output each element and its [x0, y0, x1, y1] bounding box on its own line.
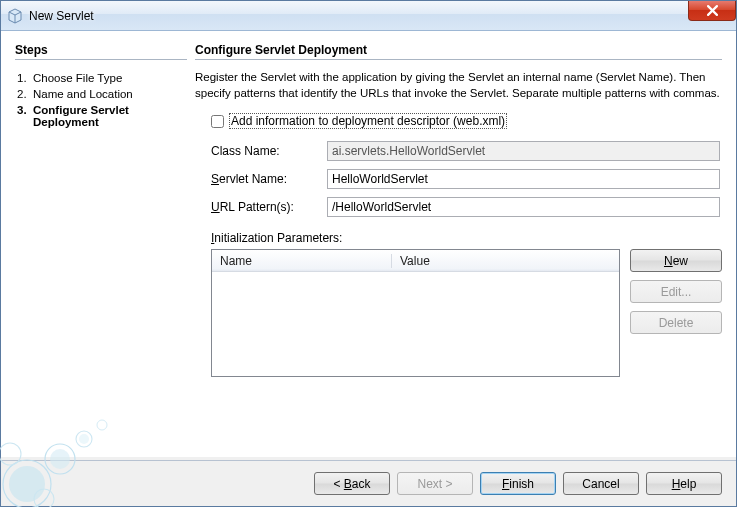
class-name-field — [327, 141, 720, 161]
svg-point-8 — [97, 420, 107, 430]
divider — [15, 59, 187, 60]
divider — [195, 59, 722, 60]
step-number: 3. — [15, 104, 33, 128]
add-to-webxml-row: Add information to deployment descriptor… — [211, 113, 722, 129]
step-number: 1. — [15, 72, 33, 84]
close-button[interactable] — [688, 1, 736, 21]
content-description: Register the Servlet with the applicatio… — [195, 70, 722, 101]
table-header: Name Value — [212, 250, 619, 272]
init-params-table[interactable]: Name Value — [211, 249, 620, 377]
form-grid: Class Name: Servlet Name: URL Pattern(s)… — [211, 141, 720, 217]
svg-point-7 — [79, 434, 89, 444]
servlet-name-field[interactable] — [327, 169, 720, 189]
finish-button[interactable]: Finish — [480, 472, 556, 495]
step-label: Name and Location — [33, 88, 187, 100]
svg-point-6 — [76, 431, 92, 447]
steps-pane: Steps 1. Choose File Type 2. Name and Lo… — [15, 43, 195, 457]
steps-heading: Steps — [15, 43, 187, 57]
add-to-webxml-label[interactable]: Add information to deployment descriptor… — [229, 113, 507, 129]
step-label: Configure Servlet Deployment — [33, 104, 187, 128]
class-name-label: Class Name: — [211, 144, 321, 158]
cancel-button[interactable]: Cancel — [563, 472, 639, 495]
help-button[interactable]: Help — [646, 472, 722, 495]
content-pane: Configure Servlet Deployment Register th… — [195, 43, 722, 457]
col-value[interactable]: Value — [392, 254, 619, 268]
step-item-active: 3. Configure Servlet Deployment — [15, 102, 187, 130]
init-params-wrap: Name Value New Edit... Delete — [211, 249, 722, 377]
init-params-label: Initialization Parameters: — [211, 231, 722, 245]
col-name[interactable]: Name — [212, 254, 392, 268]
url-pattern-field[interactable] — [327, 197, 720, 217]
params-side-buttons: New Edit... Delete — [630, 249, 722, 377]
close-icon — [707, 5, 718, 16]
steps-list: 1. Choose File Type 2. Name and Location… — [15, 70, 187, 130]
add-to-webxml-checkbox[interactable] — [211, 115, 224, 128]
back-button[interactable]: < Back — [314, 472, 390, 495]
delete-button: Delete — [630, 311, 722, 334]
step-item: 2. Name and Location — [15, 86, 187, 102]
window-title: New Servlet — [29, 9, 94, 23]
step-label: Choose File Type — [33, 72, 187, 84]
url-pattern-label: URL Pattern(s): — [211, 200, 321, 214]
next-button: Next > — [397, 472, 473, 495]
dialog-body: Steps 1. Choose File Type 2. Name and Lo… — [1, 31, 736, 457]
content-heading: Configure Servlet Deployment — [195, 43, 722, 57]
wizard-footer: < Back Next > Finish Cancel Help — [1, 460, 736, 506]
new-button[interactable]: New — [630, 249, 722, 272]
step-item: 1. Choose File Type — [15, 70, 187, 86]
servlet-name-label: Servlet Name: — [211, 172, 321, 186]
title-bar: New Servlet — [1, 1, 736, 31]
app-icon — [7, 8, 23, 24]
edit-button: Edit... — [630, 280, 722, 303]
step-number: 2. — [15, 88, 33, 100]
